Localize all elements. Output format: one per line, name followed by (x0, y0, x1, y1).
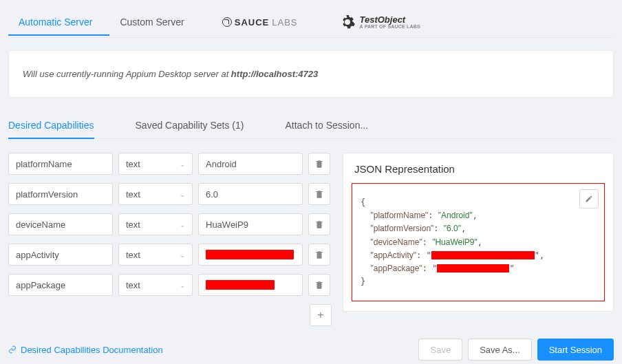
capability-tabs: Desired Capabilities Saved Capability Se… (8, 113, 614, 139)
json-box: { "platformName": "Android", "platformVe… (352, 183, 605, 301)
json-representation-card: JSON Representation { "platformName": "A… (343, 153, 614, 312)
capability-name-input[interactable] (8, 274, 113, 296)
capability-row: text⌄ (8, 153, 332, 175)
capability-type-select[interactable]: text⌄ (118, 274, 193, 296)
sauce-icon (222, 17, 232, 27)
capabilities-list: text⌄text⌄text⌄text⌄text⌄+ (8, 153, 332, 326)
capability-value-input[interactable] (198, 213, 303, 235)
chevron-down-icon: ⌄ (180, 221, 185, 228)
add-capability-button[interactable]: + (310, 304, 332, 326)
chevron-down-icon: ⌄ (180, 281, 185, 289)
tab-saucelabs[interactable]: SAUCELABS (202, 10, 319, 34)
edit-json-button[interactable] (579, 189, 599, 208)
capability-row: text⌄ (8, 274, 332, 296)
chevron-down-icon: ⌄ (180, 160, 185, 168)
doc-link[interactable]: Desired Capabilities Documentation (8, 345, 163, 355)
capability-type-select[interactable]: text⌄ (118, 153, 193, 175)
tab-saved-capability-sets[interactable]: Saved Capability Sets (1) (136, 113, 244, 139)
capability-name-input[interactable] (8, 244, 113, 266)
capability-type-select[interactable]: text⌄ (118, 183, 193, 205)
chevron-down-icon: ⌄ (180, 191, 185, 198)
server-info-prefix: Will use currently-running Appium Deskto… (23, 69, 231, 79)
capability-row: text⌄ (8, 213, 332, 235)
server-info-card: Will use currently-running Appium Deskto… (8, 50, 614, 98)
capability-name-input[interactable] (8, 153, 113, 175)
server-info-url: http://localhost:4723 (231, 69, 318, 79)
sauce-label-light: LABS (272, 17, 297, 28)
tab-automatic-server[interactable]: Automatic Server (8, 10, 109, 36)
capability-value-input[interactable] (198, 244, 303, 266)
delete-capability-button[interactable] (308, 274, 330, 296)
capability-value-input[interactable] (198, 183, 303, 205)
delete-capability-button[interactable] (308, 153, 330, 175)
capability-value-input[interactable] (198, 153, 303, 175)
tab-desired-capabilities[interactable]: Desired Capabilities (8, 113, 94, 139)
tab-testobject[interactable]: TestObject A PART OF SAUCE LABS (319, 7, 441, 37)
capability-name-input[interactable] (8, 213, 113, 235)
capability-value-input[interactable] (198, 274, 303, 296)
capability-row: text⌄ (8, 244, 332, 266)
link-icon (8, 345, 17, 354)
chevron-down-icon: ⌄ (180, 251, 185, 259)
json-content: { "platformName": "Android", "platformVe… (361, 196, 596, 288)
capability-name-input[interactable] (8, 183, 113, 205)
delete-capability-button[interactable] (308, 213, 330, 235)
delete-capability-button[interactable] (308, 244, 330, 266)
save-button[interactable]: Save (418, 339, 462, 361)
tab-custom-server[interactable]: Custom Server (109, 10, 201, 36)
testobject-label: TestObject (360, 15, 420, 24)
capability-row: text⌄ (8, 183, 332, 205)
tab-attach-session[interactable]: Attach to Session... (285, 113, 368, 139)
start-session-button[interactable]: Start Session (537, 339, 614, 361)
capability-type-select[interactable]: text⌄ (118, 213, 193, 235)
sauce-label-bold: SAUCE (235, 17, 270, 28)
server-tabs: Automatic Server Custom Server SAUCELABS… (8, 7, 614, 38)
delete-capability-button[interactable] (308, 183, 330, 205)
gear-icon (339, 14, 356, 30)
capability-type-select[interactable]: text⌄ (118, 244, 193, 266)
testobject-sublabel: A PART OF SAUCE LABS (360, 24, 420, 29)
json-title: JSON Representation (343, 163, 613, 183)
save-as-button[interactable]: Save As... (468, 339, 532, 361)
